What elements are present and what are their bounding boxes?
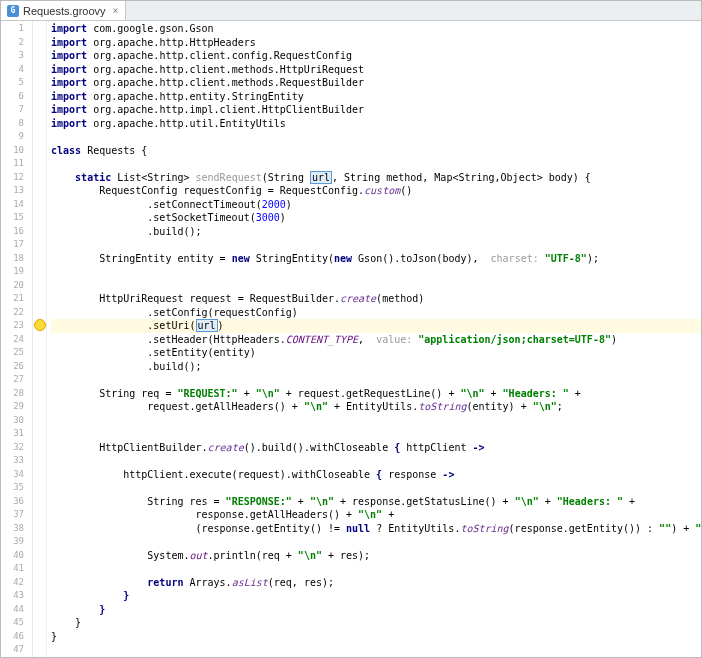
- code-line[interactable]: }: [51, 603, 701, 617]
- code-line[interactable]: System.out.println(req + "\n" + res);: [51, 549, 701, 563]
- code-line[interactable]: [51, 414, 701, 428]
- code-line[interactable]: static List<String> sendRequest(String u…: [51, 171, 701, 185]
- code-line[interactable]: RequestConfig requestConfig = RequestCon…: [51, 184, 701, 198]
- line-number: 10: [1, 144, 32, 158]
- line-number: 39: [1, 535, 32, 549]
- code-line[interactable]: import com.google.gson.Gson: [51, 22, 701, 36]
- code-line[interactable]: (response.getEntity() != null ? EntityUt…: [51, 522, 701, 536]
- code-line[interactable]: StringEntity entity = new StringEntity(n…: [51, 252, 701, 266]
- line-number: 9: [1, 130, 32, 144]
- line-number: 1: [1, 22, 32, 36]
- code-line[interactable]: [51, 279, 701, 293]
- code-line[interactable]: import org.apache.http.client.config.Req…: [51, 49, 701, 63]
- tab-title: Requests.groovy: [23, 5, 106, 17]
- editor-tab[interactable]: G Requests.groovy ×: [1, 1, 126, 20]
- code-line[interactable]: .setEntity(entity): [51, 346, 701, 360]
- line-number: 37: [1, 508, 32, 522]
- code-line[interactable]: [51, 562, 701, 576]
- line-number: 27: [1, 373, 32, 387]
- code-line[interactable]: .setConfig(requestConfig): [51, 306, 701, 320]
- line-number: 11: [1, 157, 32, 171]
- code-line[interactable]: [51, 427, 701, 441]
- line-number: 3: [1, 49, 32, 63]
- code-line[interactable]: response.getAllHeaders() + "\n" +: [51, 508, 701, 522]
- line-number: 6: [1, 90, 32, 104]
- code-line[interactable]: [51, 481, 701, 495]
- line-number: 46: [1, 630, 32, 644]
- line-number: 32: [1, 441, 32, 455]
- code-line[interactable]: import org.apache.http.impl.client.HttpC…: [51, 103, 701, 117]
- line-number: 17: [1, 238, 32, 252]
- line-number: 22: [1, 306, 32, 320]
- line-number: 45: [1, 616, 32, 630]
- tab-bar: G Requests.groovy ×: [1, 1, 701, 21]
- line-number: 24: [1, 333, 32, 347]
- code-line[interactable]: }: [51, 630, 701, 644]
- line-number: 33: [1, 454, 32, 468]
- line-number: 25: [1, 346, 32, 360]
- line-number: 43: [1, 589, 32, 603]
- code-line[interactable]: httpClient.execute(request).withCloseabl…: [51, 468, 701, 482]
- code-line[interactable]: [51, 454, 701, 468]
- code-line[interactable]: import org.apache.http.util.EntityUtils: [51, 117, 701, 131]
- code-line[interactable]: .setUri(url): [51, 319, 701, 333]
- line-number: 31: [1, 427, 32, 441]
- code-line[interactable]: String res = "RESPONSE:" + "\n" + respon…: [51, 495, 701, 509]
- code-line[interactable]: }: [51, 589, 701, 603]
- code-line[interactable]: HttpUriRequest request = RequestBuilder.…: [51, 292, 701, 306]
- code-line[interactable]: .setConnectTimeout(2000): [51, 198, 701, 212]
- line-number: 19: [1, 265, 32, 279]
- code-line[interactable]: import org.apache.http.client.methods.Ht…: [51, 63, 701, 77]
- line-number: 29: [1, 400, 32, 414]
- line-number: 38: [1, 522, 32, 536]
- code-line[interactable]: [51, 373, 701, 387]
- line-number: 4: [1, 63, 32, 77]
- line-number: 2: [1, 36, 32, 50]
- code-line[interactable]: [51, 265, 701, 279]
- line-number: 42: [1, 576, 32, 590]
- gutter-marks: [33, 21, 47, 657]
- code-line[interactable]: HttpClientBuilder.create().build().withC…: [51, 441, 701, 455]
- line-number: 26: [1, 360, 32, 374]
- code-line[interactable]: [51, 643, 701, 657]
- close-icon[interactable]: ×: [113, 5, 119, 16]
- code-line[interactable]: [51, 130, 701, 144]
- code-line[interactable]: [51, 535, 701, 549]
- lightbulb-icon[interactable]: [34, 319, 46, 331]
- code-line[interactable]: [51, 238, 701, 252]
- code-line[interactable]: class Requests {: [51, 144, 701, 158]
- code-line[interactable]: [51, 157, 701, 171]
- code-line[interactable]: .build();: [51, 360, 701, 374]
- line-number: 5: [1, 76, 32, 90]
- line-number: 47: [1, 643, 32, 657]
- code-line[interactable]: return Arrays.asList(req, res);: [51, 576, 701, 590]
- code-line[interactable]: .setSocketTimeout(3000): [51, 211, 701, 225]
- code-line[interactable]: import org.apache.http.client.methods.Re…: [51, 76, 701, 90]
- code-line[interactable]: .build();: [51, 225, 701, 239]
- line-number: 34: [1, 468, 32, 482]
- line-number: 36: [1, 495, 32, 509]
- line-number: 20: [1, 279, 32, 293]
- line-number: 8: [1, 117, 32, 131]
- code-line[interactable]: request.getAllHeaders() + "\n" + EntityU…: [51, 400, 701, 414]
- line-number: 40: [1, 549, 32, 563]
- code-line[interactable]: import org.apache.http.entity.StringEnti…: [51, 90, 701, 104]
- code-line[interactable]: import org.apache.http.HttpHeaders: [51, 36, 701, 50]
- code-line[interactable]: String req = "REQUEST:" + "\n" + request…: [51, 387, 701, 401]
- line-number: 14: [1, 198, 32, 212]
- line-number: 13: [1, 184, 32, 198]
- line-number: 16: [1, 225, 32, 239]
- line-number: 21: [1, 292, 32, 306]
- line-number: 44: [1, 603, 32, 617]
- code-area[interactable]: import com.google.gson.Gsonimport org.ap…: [47, 21, 701, 657]
- line-number: 15: [1, 211, 32, 225]
- code-line[interactable]: .setHeader(HttpHeaders.CONTENT_TYPE, val…: [51, 333, 701, 347]
- code-line[interactable]: }: [51, 616, 701, 630]
- line-number-gutter: 1234567891011121314151617181920212223242…: [1, 21, 33, 657]
- line-number: 18: [1, 252, 32, 266]
- line-number: 23: [1, 319, 32, 333]
- groovy-file-icon: G: [7, 5, 19, 17]
- line-number: 12: [1, 171, 32, 185]
- line-number: 7: [1, 103, 32, 117]
- code-editor[interactable]: 1234567891011121314151617181920212223242…: [1, 21, 701, 657]
